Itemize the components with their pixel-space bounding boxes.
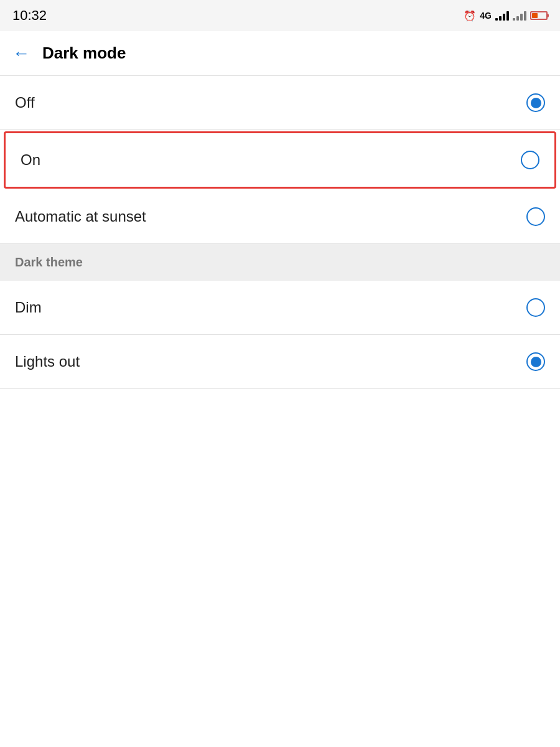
radio-lights-out[interactable] xyxy=(526,352,545,371)
option-on-label: On xyxy=(21,151,40,169)
option-on[interactable]: On xyxy=(4,131,556,189)
dark-mode-options: Off On Automatic at sunset xyxy=(0,76,560,244)
option-dim-label: Dim xyxy=(15,299,42,316)
battery-level xyxy=(532,13,538,18)
dark-theme-label: Dark theme xyxy=(15,255,83,269)
alarm-icon: ⏰ xyxy=(464,10,476,22)
option-automatic[interactable]: Automatic at sunset xyxy=(0,190,560,244)
option-off[interactable]: Off xyxy=(0,76,560,130)
signal-full-icon xyxy=(495,11,509,21)
signal-x-icon xyxy=(513,11,526,21)
dark-theme-options: Dim Lights out xyxy=(0,281,560,389)
option-lights-out[interactable]: Lights out xyxy=(0,335,560,389)
radio-on[interactable] xyxy=(521,151,539,169)
status-bar: 10:32 ⏰ 4G xyxy=(0,0,560,31)
header: ← Dark mode xyxy=(0,31,560,76)
option-automatic-label: Automatic at sunset xyxy=(15,208,146,225)
radio-dim[interactable] xyxy=(526,298,545,317)
dark-theme-section-header: Dark theme xyxy=(0,244,560,281)
option-lights-out-label: Lights out xyxy=(15,353,80,370)
page-title: Dark mode xyxy=(42,44,126,63)
option-dim[interactable]: Dim xyxy=(0,281,560,335)
status-icons: ⏰ 4G xyxy=(464,10,548,22)
radio-off[interactable] xyxy=(526,93,545,112)
signal-4g-label: 4G xyxy=(480,11,492,21)
status-time: 10:32 xyxy=(12,7,47,24)
battery-icon xyxy=(530,11,548,20)
option-off-label: Off xyxy=(15,94,35,111)
back-button[interactable]: ← xyxy=(12,45,30,62)
radio-automatic[interactable] xyxy=(526,207,545,226)
